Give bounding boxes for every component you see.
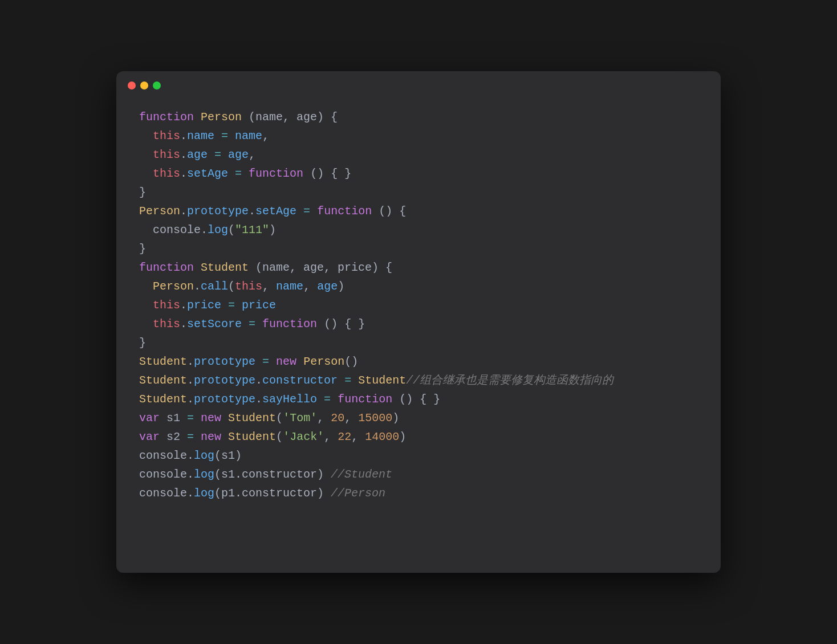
minimize-button[interactable] xyxy=(140,81,148,89)
code-window: function Person (name, age) { this.name … xyxy=(116,71,721,573)
maximize-button[interactable] xyxy=(153,81,161,89)
close-button[interactable] xyxy=(128,81,136,89)
title-bar xyxy=(116,71,721,96)
code-editor: function Person (name, age) { this.name … xyxy=(116,96,721,525)
